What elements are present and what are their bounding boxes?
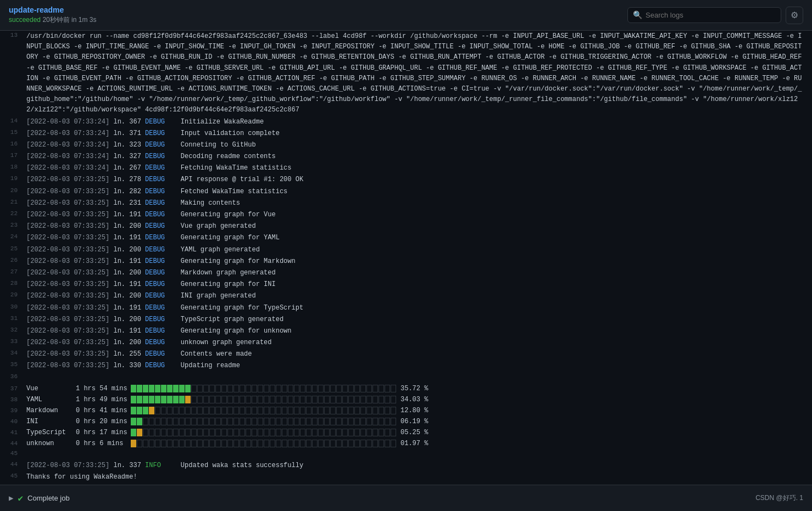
table-row: 31[2022-08-03 07:33:25] ln. 200 DEBUG Ty… [0,314,812,325]
bar-block-empty [282,429,287,436]
bar-block-empty [240,418,245,425]
bar-block-empty [155,407,160,414]
bar-block-empty [246,396,251,403]
bar-block-filled [173,396,179,403]
bar-block-empty [191,440,197,447]
list-item: 44unknown0 hrs 6 mins01.97 % [0,438,812,449]
bar-block-empty [240,407,245,414]
bar-block-empty [203,396,209,403]
bar-block-empty [288,440,293,447]
bar-block-empty [233,396,239,403]
line-number: 36 [0,373,26,380]
bar-block-empty [300,396,305,403]
table-row: 35[2022-08-03 07:33:25] ln. 330 DEBUG Up… [0,360,812,372]
table-row: 25[2022-08-03 07:33:25] ln. 200 DEBUG YA… [0,244,812,256]
bar-block-empty [246,407,251,414]
bar-block-empty [270,440,275,447]
bar-block-empty [258,385,263,392]
bar-block-empty [379,385,384,392]
line-number: 37 [0,385,26,392]
bar-block-empty [385,407,390,414]
bar-block-empty [209,429,215,436]
bar-block-empty [318,418,324,425]
bar-blocks [131,385,396,392]
bar-block-empty [330,418,336,425]
log-content: [2022-08-03 07:33:25] ln. 191 DEBUG Gene… [26,326,812,336]
bar-block-empty [379,440,384,447]
bar-block-empty [191,418,197,425]
bar-block-empty [179,407,185,414]
list-item: 39Markdown0 hrs 41 mins12.80 % [0,405,812,416]
bar-block-empty [167,407,173,414]
bar-block-empty [342,385,348,392]
bar-block-empty [330,429,336,436]
table-row: 20[2022-08-03 07:33:25] ln. 282 DEBUG Fe… [0,186,812,198]
log-content: [2022-08-03 07:33:24] ln. 371 DEBUG Inpu… [26,128,812,139]
bar-block-empty [276,440,281,447]
bar-block-empty [312,396,318,403]
line-number: 45 [0,450,26,457]
bar-block-empty [197,418,203,425]
header-right: 🔍 ⚙ [627,7,803,24]
bar-block-empty [348,385,354,392]
line-number: 38 [0,396,26,403]
page-title: update-readme [9,5,96,14]
bar-block-empty [342,440,348,447]
bar-block-empty [318,396,324,403]
settings-button[interactable]: ⚙ [786,7,803,24]
table-row: 33[2022-08-03 07:33:25] ln. 200 DEBUG un… [0,337,812,349]
bar-block-empty [215,418,221,425]
bar-blocks [131,396,396,403]
search-input[interactable] [627,7,781,23]
bar-block-empty [354,385,360,392]
bar-block-empty [252,407,257,414]
bar-block-filled [137,385,142,392]
log-area[interactable]: 13/usr/bin/docker run --name cd98f12f0d9… [0,31,812,485]
bar-content: unknown0 hrs 6 mins01.97 % [26,440,812,447]
bar-block-empty [336,429,342,436]
bar-block-empty [306,407,312,414]
bar-block-empty [342,418,348,425]
line-number: 35 [0,361,26,368]
bar-block-empty [360,418,366,425]
line-number: 21 [0,198,26,205]
bar-block-partial [185,396,191,403]
bar-block-empty [294,440,299,447]
bar-block-empty [318,440,324,447]
bar-block-empty [155,429,160,436]
bar-block-empty [324,396,330,403]
bar-block-empty [282,385,287,392]
bar-block-empty [318,385,324,392]
bar-block-filled [161,385,166,392]
bar-block-filled [161,396,166,403]
bar-block-empty [348,418,354,425]
bar-block-empty [348,440,354,447]
bar-block-empty [161,429,166,436]
bar-block-empty [215,429,221,436]
bar-block-empty [185,418,191,425]
bar-block-empty [306,418,312,425]
line-number: 27 [0,268,26,275]
bar-block-empty [240,396,245,403]
bar-block-empty [203,418,209,425]
bar-block-filled [137,407,142,414]
bar-block-empty [197,407,203,414]
bar-block-empty [197,385,203,392]
bar-block-empty [288,429,293,436]
log-content: [2022-08-03 07:33:25] ln. 200 DEBUG Mark… [26,268,812,278]
bar-block-empty [385,429,390,436]
bar-block-empty [318,429,324,436]
log-content: [2022-08-03 07:33:24] ln. 327 DEBUG Deco… [26,151,812,162]
bar-block-empty [227,396,233,403]
bar-block-empty [391,440,396,447]
bar-block-empty [240,429,245,436]
bar-block-empty [379,418,384,425]
line-number: 29 [0,291,26,298]
bar-block-empty [149,440,154,447]
bar-percentage: 35.72 % [401,385,433,392]
bar-block-empty [312,385,318,392]
expand-icon[interactable]: ▶ [9,493,13,503]
bar-block-empty [372,385,378,392]
bar-block-partial [137,429,142,436]
bar-block-empty [258,429,263,436]
